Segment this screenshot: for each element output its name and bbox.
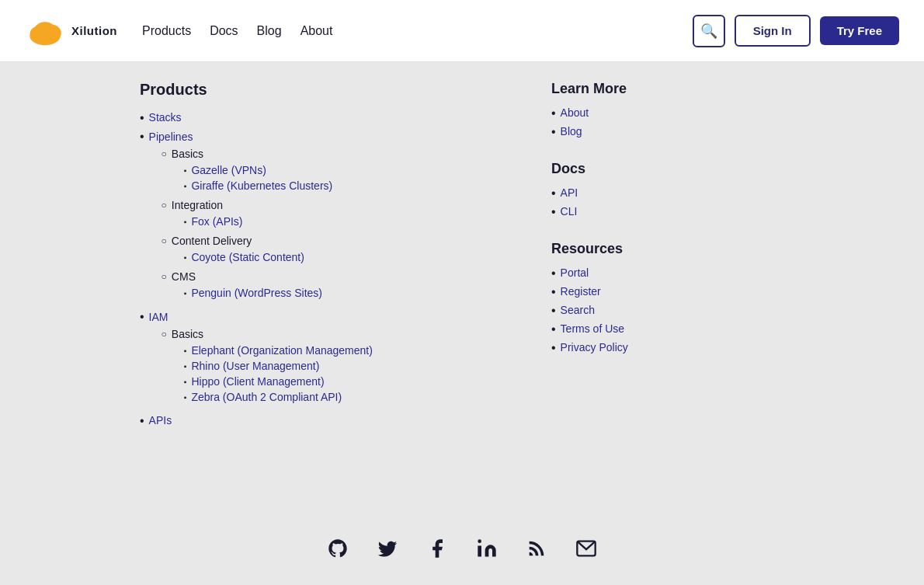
dropdown-menu: Products Stacks Pipelines Basics	[0, 62, 924, 513]
github-icon[interactable]	[324, 535, 352, 562]
content-delivery-label: Content Delivery	[172, 235, 252, 247]
rss-icon[interactable]	[523, 535, 551, 562]
nav-products[interactable]: Products	[142, 24, 191, 38]
learn-more-list: About Blog	[551, 106, 784, 139]
list-item-pipelines: Pipelines Basics Gazelle (VPNs)	[140, 130, 505, 305]
terms-link[interactable]: Terms of Use	[561, 322, 624, 335]
list-item-privacy: Privacy Policy	[551, 341, 784, 355]
docs-section: Docs API CLI	[551, 161, 784, 219]
list-item-api: API	[551, 186, 784, 200]
cms-label: CMS	[172, 270, 196, 283]
iam-basics-label: Basics	[172, 328, 203, 340]
list-item-iam: IAM Basics Elephant (Organization Manage…	[140, 310, 505, 409]
list-item-penguin: Penguin (WordPress Sites)	[184, 287, 322, 299]
list-item-basics: Basics Gazelle (VPNs) Giraffe (Kubernete…	[162, 147, 333, 195]
list-item-about: About	[551, 106, 784, 120]
products-title: Products	[140, 81, 505, 99]
navbar-actions: 🔍 Sign In Try Free	[693, 15, 899, 47]
svg-point-4	[478, 539, 481, 543]
docs-title: Docs	[551, 161, 784, 177]
search-button[interactable]: 🔍	[693, 15, 725, 47]
pipelines-sublist: Basics Gazelle (VPNs) Giraffe (Kubernete…	[149, 147, 333, 302]
cms-sublist: Penguin (WordPress Sites)	[172, 287, 322, 299]
integration-sublist: Fox (APIs)	[172, 215, 243, 228]
zebra-link[interactable]: Zebra (OAuth 2 Compliant API)	[191, 391, 342, 403]
footer-social-icons	[0, 513, 924, 585]
list-item-fox: Fox (APIs)	[184, 215, 243, 228]
hippo-link[interactable]: Hippo (Client Management)	[191, 375, 324, 388]
list-item-blog: Blog	[551, 125, 784, 139]
logo-link[interactable]: Xilution	[25, 11, 117, 51]
list-item-stacks: Stacks	[140, 111, 505, 125]
iam-sublist: Basics Elephant (Organization Management…	[149, 327, 373, 406]
list-item-hippo: Hippo (Client Management)	[184, 375, 373, 388]
basics-label: Basics	[172, 148, 203, 160]
about-link[interactable]: About	[561, 106, 589, 119]
list-item-giraffe: Giraffe (Kubernetes Clusters)	[184, 179, 332, 192]
resources-title: Resources	[551, 241, 784, 257]
elephant-link[interactable]: Elephant (Organization Management)	[191, 344, 372, 357]
products-column: Products Stacks Pipelines Basics	[140, 81, 551, 494]
list-item-register: Register	[551, 285, 784, 299]
content-delivery-sublist: Coyote (Static Content)	[172, 251, 304, 263]
list-item-cli: CLI	[551, 205, 784, 219]
facebook-icon[interactable]	[423, 535, 451, 562]
list-item-elephant: Elephant (Organization Management)	[184, 344, 373, 357]
list-item-portal: Portal	[551, 266, 784, 280]
stacks-link[interactable]: Stacks	[149, 111, 182, 124]
list-item-apis: APIs	[140, 414, 505, 428]
svg-point-3	[34, 22, 57, 40]
email-icon[interactable]	[572, 535, 600, 562]
linkedin-icon[interactable]	[473, 535, 501, 562]
logo-cloud-icon	[25, 11, 65, 51]
list-item-cms: CMS Penguin (WordPress Sites)	[162, 270, 333, 302]
blog-link[interactable]: Blog	[561, 125, 582, 138]
nav-blog[interactable]: Blog	[257, 24, 282, 38]
list-item-search: Search	[551, 304, 784, 318]
pipelines-link[interactable]: Pipelines	[149, 131, 193, 143]
coyote-link[interactable]: Coyote (Static Content)	[191, 251, 304, 263]
api-link[interactable]: API	[561, 186, 578, 199]
learn-more-title: Learn More	[551, 81, 784, 97]
list-item-content-delivery: Content Delivery Coyote (Static Content)	[162, 234, 333, 266]
penguin-link[interactable]: Penguin (WordPress Sites)	[191, 287, 322, 299]
docs-list: API CLI	[551, 186, 784, 219]
list-item-gazelle: Gazelle (VPNs)	[184, 164, 332, 176]
resources-section: Resources Portal Register Search Terms o…	[551, 241, 784, 355]
portal-link[interactable]: Portal	[561, 266, 589, 279]
search-icon: 🔍	[700, 23, 717, 40]
giraffe-link[interactable]: Giraffe (Kubernetes Clusters)	[191, 179, 332, 192]
privacy-link[interactable]: Privacy Policy	[561, 341, 628, 353]
list-item-terms: Terms of Use	[551, 322, 784, 336]
basics-sublist: Gazelle (VPNs) Giraffe (Kubernetes Clust…	[172, 164, 332, 192]
search-link[interactable]: Search	[561, 304, 595, 316]
list-item-rhino: Rhino (User Management)	[184, 360, 373, 372]
list-item-integration: Integration Fox (APIs)	[162, 198, 333, 231]
iam-basics-sublist: Elephant (Organization Management) Rhino…	[172, 344, 373, 403]
fox-link[interactable]: Fox (APIs)	[191, 215, 242, 228]
apis-link[interactable]: APIs	[149, 414, 172, 427]
list-item-iam-basics: Basics Elephant (Organization Management…	[162, 327, 373, 406]
logo-text: Xilution	[71, 24, 117, 37]
rhino-link[interactable]: Rhino (User Management)	[191, 360, 319, 372]
signin-button[interactable]: Sign In	[735, 15, 811, 47]
products-list: Stacks Pipelines Basics Gazelle (VPN	[140, 111, 505, 428]
iam-link[interactable]: IAM	[149, 311, 168, 323]
navbar-links: Products Docs Blog About	[142, 24, 693, 38]
twitter-icon[interactable]	[373, 535, 401, 562]
integration-label: Integration	[172, 199, 223, 211]
list-item-zebra: Zebra (OAuth 2 Compliant API)	[184, 391, 373, 403]
list-item-coyote: Coyote (Static Content)	[184, 251, 304, 263]
navbar: Xilution Products Docs Blog About 🔍 Sign…	[0, 0, 924, 62]
resources-list: Portal Register Search Terms of Use Priv…	[551, 266, 784, 355]
nav-docs[interactable]: Docs	[210, 24, 238, 38]
cli-link[interactable]: CLI	[561, 205, 578, 218]
nav-about[interactable]: About	[300, 24, 333, 38]
learn-more-section: Learn More About Blog	[551, 81, 784, 139]
register-link[interactable]: Register	[561, 285, 601, 298]
right-column: Learn More About Blog Docs API CLI	[551, 81, 784, 494]
tryfree-button[interactable]: Try Free	[820, 16, 899, 45]
gazelle-link[interactable]: Gazelle (VPNs)	[191, 164, 266, 176]
